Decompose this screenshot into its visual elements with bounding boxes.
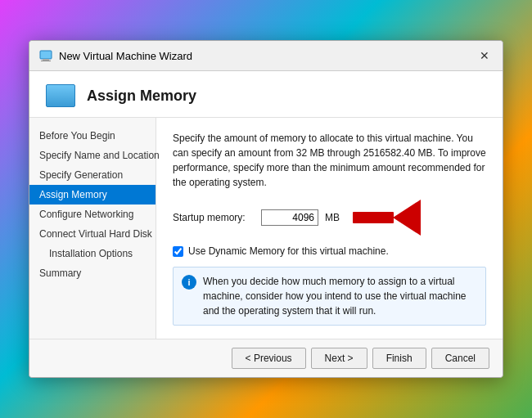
previous-button[interactable]: < Previous <box>232 348 306 369</box>
assign-memory-icon <box>46 84 75 107</box>
dynamic-memory-row: Use Dynamic Memory for this virtual mach… <box>173 245 486 257</box>
header-section: Assign Memory <box>29 71 503 118</box>
vm-icon <box>39 49 52 62</box>
sidebar-item-summary[interactable]: Summary <box>29 263 156 283</box>
info-text: When you decide how much memory to assig… <box>203 274 477 318</box>
svg-rect-1 <box>43 59 49 61</box>
title-bar: New Virtual Machine Wizard ✕ <box>29 41 503 71</box>
dialog-title: New Virtual Machine Wizard <box>59 50 192 62</box>
info-box: i When you decide how much memory to ass… <box>173 267 486 326</box>
arrow-indicator <box>353 200 421 236</box>
info-icon: i <box>182 275 196 290</box>
page-title: Assign Memory <box>87 88 196 105</box>
sidebar-item-connect-vhd[interactable]: Connect Virtual Hard Disk <box>29 224 156 244</box>
description-text: Specify the amount of memory to allocate… <box>173 131 486 190</box>
sidebar-item-before-you-begin[interactable]: Before You Begin <box>29 126 156 146</box>
dynamic-memory-checkbox[interactable] <box>173 246 183 257</box>
memory-label: Startup memory: <box>173 212 255 223</box>
dialog-window: New Virtual Machine Wizard ✕ Assign Memo… <box>29 40 503 378</box>
sidebar-item-assign-memory[interactable]: Assign Memory <box>29 185 156 205</box>
sidebar-item-specify-name[interactable]: Specify Name and Location <box>29 146 156 165</box>
memory-unit: MB <box>325 212 340 223</box>
svg-rect-2 <box>41 61 51 61</box>
title-bar-left: New Virtual Machine Wizard <box>39 49 192 62</box>
sidebar: Before You Begin Specify Name and Locati… <box>29 118 156 339</box>
next-button[interactable]: Next > <box>311 348 367 369</box>
arrow-shaft <box>353 212 394 223</box>
finish-button[interactable]: Finish <box>372 348 426 369</box>
sidebar-item-networking[interactable]: Configure Networking <box>29 205 156 224</box>
sidebar-item-installation[interactable]: Installation Options <box>29 244 156 263</box>
svg-rect-0 <box>40 51 52 59</box>
content-area: Before You Begin Specify Name and Locati… <box>29 118 503 339</box>
memory-row: Startup memory: MB <box>173 200 486 236</box>
dynamic-memory-label: Use Dynamic Memory for this virtual mach… <box>188 245 389 257</box>
footer: < Previous Next > Finish Cancel <box>29 339 503 377</box>
arrow-head <box>393 200 421 236</box>
cancel-button[interactable]: Cancel <box>431 348 489 369</box>
sidebar-item-specify-gen[interactable]: Specify Generation <box>29 165 156 185</box>
close-button[interactable]: ✕ <box>476 47 493 64</box>
startup-memory-input[interactable] <box>261 209 318 226</box>
main-content: Specify the amount of memory to allocate… <box>156 118 503 339</box>
